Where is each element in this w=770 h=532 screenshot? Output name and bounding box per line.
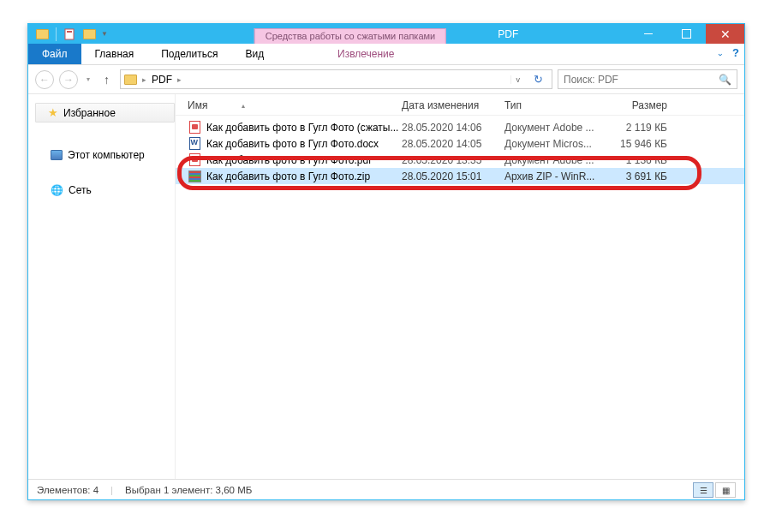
- navigation-pane: ★ Избранное Этот компьютер 🌐 Сеть: [28, 94, 176, 479]
- status-item-count: Элементов: 4: [37, 485, 98, 495]
- breadcrumb-folder[interactable]: PDF: [152, 74, 172, 86]
- refresh-icon[interactable]: ↻: [528, 73, 548, 86]
- file-rows: Как добавить фото в Гугл Фото (сжаты... …: [176, 116, 744, 184]
- history-dropdown-icon[interactable]: ▾: [83, 75, 93, 83]
- column-name[interactable]: Имя ▴: [188, 99, 402, 111]
- file-type: Документ Adobe ...: [504, 154, 609, 166]
- sidebar-item-network[interactable]: 🌐 Сеть: [35, 182, 175, 199]
- sidebar-item-this-pc[interactable]: Этот компьютер: [35, 146, 175, 164]
- file-type: Документ Micros...: [504, 138, 609, 150]
- ribbon-tabs: Файл Главная Поделиться Вид Извлечение ⌃…: [28, 44, 744, 65]
- file-name: Как добавить фото в Гугл Фото (сжаты...: [206, 122, 402, 134]
- file-date: 28.05.2020 14:05: [402, 138, 504, 150]
- computer-icon: [51, 150, 63, 160]
- address-dropdown-icon[interactable]: v: [510, 75, 526, 84]
- file-type: Документ Adobe ...: [504, 122, 609, 134]
- breadcrumb-separator-icon[interactable]: ▸: [140, 75, 148, 84]
- titlebar[interactable]: ▼ Средства работы со сжатыми папками PDF…: [28, 24, 744, 44]
- pdf-file-icon: [188, 153, 201, 167]
- zip-file-icon: [188, 170, 201, 183]
- address-bar[interactable]: ▸ PDF ▸ v ↻: [120, 69, 552, 89]
- search-box[interactable]: 🔍: [558, 69, 737, 89]
- tab-view[interactable]: Вид: [231, 44, 278, 64]
- large-icons-view-icon[interactable]: ▦: [715, 482, 736, 498]
- column-size[interactable]: Размер: [609, 99, 676, 111]
- forward-button[interactable]: →: [59, 70, 78, 89]
- folder-icon[interactable]: [35, 27, 49, 41]
- column-date[interactable]: Дата изменения: [402, 99, 504, 111]
- ribbon-right-controls: ⌃ ?: [717, 46, 739, 59]
- file-size: 2 119 КБ: [609, 122, 676, 134]
- file-date: 28.05.2020 15:01: [402, 170, 504, 182]
- search-icon[interactable]: 🔍: [719, 74, 731, 86]
- view-toggles: ☰ ▦: [693, 482, 736, 498]
- status-selection: Выбран 1 элемент: 3,60 МБ: [125, 485, 252, 495]
- file-date: 28.05.2020 13:35: [402, 154, 504, 166]
- file-name: Как добавить фото в Гугл Фото.pdf: [206, 154, 402, 166]
- breadcrumb-separator-icon[interactable]: ▸: [176, 75, 183, 84]
- file-row[interactable]: Как добавить фото в Гугл Фото.zip 28.05.…: [176, 168, 744, 184]
- file-date: 28.05.2020 14:06: [402, 122, 504, 134]
- window-controls: ✕: [629, 24, 744, 44]
- window-title: PDF: [498, 28, 518, 40]
- help-icon[interactable]: ?: [732, 46, 739, 59]
- file-view: Имя ▴ Дата изменения Тип Размер Как доба…: [176, 94, 744, 479]
- qat-dropdown-icon[interactable]: ▼: [101, 30, 108, 38]
- ribbon-expand-icon[interactable]: ⌃: [717, 48, 724, 57]
- sidebar-label: Этот компьютер: [68, 149, 145, 161]
- svg-rect-1: [67, 31, 72, 33]
- file-size: 1 136 КБ: [609, 154, 676, 166]
- folder-icon: [124, 75, 137, 85]
- tab-extract[interactable]: Извлечение: [324, 44, 408, 64]
- minimize-button[interactable]: [629, 24, 667, 44]
- pdf-file-icon: [188, 121, 201, 134]
- file-name: Как добавить фото в Гугл Фото.zip: [206, 170, 402, 182]
- close-button[interactable]: ✕: [706, 24, 744, 44]
- quick-access-toolbar: ▼: [28, 24, 108, 44]
- sidebar-label: Избранное: [63, 107, 116, 119]
- network-icon: 🌐: [51, 184, 63, 196]
- compressed-tools-context-tab[interactable]: Средства работы со сжатыми папками: [254, 28, 446, 44]
- address-row: ← → ▾ ↑ ▸ PDF ▸ v ↻ 🔍: [28, 65, 744, 94]
- sidebar-label: Сеть: [69, 184, 92, 196]
- properties-icon[interactable]: [63, 27, 77, 41]
- svg-rect-0: [65, 29, 74, 39]
- title-center: Средства работы со сжатыми папками PDF: [254, 24, 518, 44]
- file-size: 15 946 КБ: [609, 138, 676, 150]
- details-view-icon[interactable]: ☰: [693, 482, 713, 498]
- back-button[interactable]: ←: [35, 70, 54, 89]
- status-bar: Элементов: 4 | Выбран 1 элемент: 3,60 МБ…: [28, 479, 744, 500]
- docx-file-icon: [188, 137, 201, 151]
- column-headers: Имя ▴ Дата изменения Тип Размер: [176, 94, 744, 116]
- column-type[interactable]: Тип: [504, 99, 609, 111]
- star-icon: ★: [48, 106, 58, 119]
- qat-separator: [56, 27, 57, 41]
- body: ★ Избранное Этот компьютер 🌐 Сеть Имя ▴ …: [28, 94, 744, 479]
- file-type: Архив ZIP - WinR...: [504, 170, 609, 182]
- file-name: Как добавить фото в Гугл Фото.docx: [206, 138, 402, 150]
- explorer-window: ▼ Средства работы со сжатыми папками PDF…: [27, 23, 745, 500]
- sort-asc-icon: ▴: [242, 102, 245, 110]
- maximize-button[interactable]: [667, 24, 706, 44]
- tab-file[interactable]: Файл: [28, 44, 81, 64]
- search-input[interactable]: [564, 74, 719, 86]
- file-row[interactable]: Как добавить фото в Гугл Фото.docx 28.05…: [176, 135, 744, 152]
- sidebar-item-favorites[interactable]: ★ Избранное: [35, 103, 175, 123]
- up-button[interactable]: ↑: [98, 73, 115, 87]
- new-folder-icon[interactable]: [82, 27, 96, 41]
- file-size: 3 691 КБ: [609, 170, 676, 182]
- file-row[interactable]: Как добавить фото в Гугл Фото (сжаты... …: [176, 119, 744, 135]
- tab-home[interactable]: Главная: [81, 44, 148, 64]
- tab-share[interactable]: Поделиться: [147, 44, 231, 64]
- file-row[interactable]: Как добавить фото в Гугл Фото.pdf 28.05.…: [176, 152, 744, 168]
